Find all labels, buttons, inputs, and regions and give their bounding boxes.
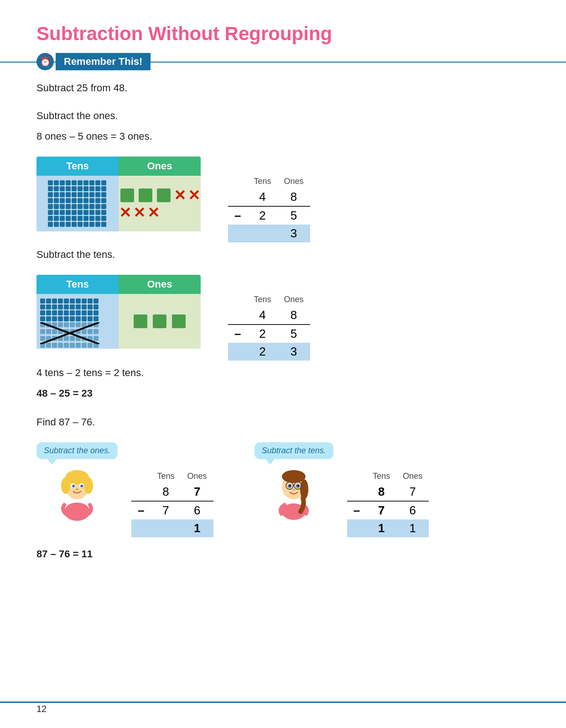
tens-header: Tens <box>36 157 119 176</box>
svg-point-11 <box>80 485 83 487</box>
remember-icon: ⏰ <box>36 53 54 70</box>
bubble1: Subtract the ones. <box>36 442 118 459</box>
math2-tens-r2c2: 6 <box>396 501 429 519</box>
step2-title: Subtract the tens. <box>36 247 530 262</box>
svg-point-26 <box>297 485 299 487</box>
equation1: 48 – 25 = 23 <box>36 386 530 401</box>
subtract-intro: Subtract 25 from 48. <box>36 80 530 95</box>
math1-ones-tens-header: Tens <box>247 175 277 188</box>
math1-tens-r1c2: 8 <box>278 306 310 325</box>
math-table2-tens: Tens Ones 8 7 – 7 6 1 1 <box>347 470 429 537</box>
tens-body <box>36 176 119 231</box>
math1-ones-r1c2: 8 <box>278 188 310 206</box>
math2-ones-col1: Tens <box>151 470 181 483</box>
student2-area: Subtract the tens. <box>254 442 333 523</box>
math2-tens-col1: Tens <box>366 470 396 483</box>
svg-point-14 <box>76 488 78 490</box>
math2-tens-r1c2: 7 <box>396 483 429 501</box>
math2-ones-r2c1: 7 <box>151 501 181 519</box>
svg-point-6 <box>61 477 70 494</box>
svg-point-12 <box>73 485 74 486</box>
step1-section: Tens Ones <box>36 157 530 242</box>
step1-grid: Tens Ones <box>36 157 201 231</box>
math2-ones-r3c1 <box>151 519 181 537</box>
ones-header: Ones <box>119 157 201 176</box>
math2-tens-r3c1: 1 <box>366 519 396 537</box>
result-line: 4 tens – 2 tens = 2 tens. <box>36 365 530 380</box>
step1-title: Subtract the ones. <box>36 108 530 123</box>
math1-ones-ones-header: Ones <box>278 175 310 188</box>
math1-ones-r2c1: 2 <box>247 206 277 225</box>
step2-section: Tens Ones <box>36 275 530 361</box>
math1-ones-r3c2: 3 <box>278 225 310 242</box>
math2-ones-r1c1: 8 <box>151 483 181 501</box>
svg-point-13 <box>82 485 83 486</box>
math2-ones-r3c2: 1 <box>181 519 213 537</box>
page-number: 12 <box>36 704 47 714</box>
tens-body-step2 <box>36 294 119 349</box>
step2-grid: Tens Ones <box>36 275 201 349</box>
math1-tens-r2c1: 2 <box>247 325 277 343</box>
math1-tens-r1c1: 4 <box>247 306 277 325</box>
character-girl2 <box>269 459 319 523</box>
math1-ones-r3c1 <box>247 225 277 242</box>
math1-tens-col1: Tens <box>247 293 277 306</box>
math2-tens-col2: Ones <box>396 470 429 483</box>
step1-detail: 8 ones – 5 ones = 3 ones. <box>36 129 530 144</box>
page-bottom-line <box>0 702 566 703</box>
character-girl1 <box>52 459 102 523</box>
math-table-step2: Tens Ones 4 8 – 2 5 2 3 <box>228 293 310 361</box>
find-intro: Find 87 – 76. <box>36 414 530 429</box>
math1-tens-r3c2: 3 <box>278 343 310 361</box>
bubble2: Subtract the tens. <box>254 442 333 459</box>
math1-ones-r1c1: 4 <box>247 188 277 206</box>
svg-point-25 <box>289 485 291 487</box>
page-title: Subtraction Without Regrouping <box>36 23 530 45</box>
svg-point-10 <box>72 485 75 487</box>
svg-point-2 <box>64 503 90 521</box>
math1-tens-col2: Ones <box>278 293 310 306</box>
remember-text: Remember This! <box>56 53 151 70</box>
math2-tens-r1c1: 8 <box>366 483 396 501</box>
math2-tens-r3c2: 1 <box>396 519 429 537</box>
student1-area: Subtract the ones. <box>36 442 118 523</box>
math1-tens-r3c1: 2 <box>247 343 277 361</box>
math2-ones-col2: Ones <box>181 470 213 483</box>
section2: Find 87 – 76. Subtract the ones. <box>36 414 530 561</box>
math1-ones-r2c2: 5 <box>278 206 310 225</box>
remember-banner: ⏰ Remember This! <box>36 53 530 70</box>
math1-tens-r2c2: 5 <box>278 325 310 343</box>
equation2: 87 – 76 = 11 <box>36 546 530 561</box>
math-table-step1: Tens Ones 4 8 – 2 5 3 <box>228 175 310 242</box>
svg-point-7 <box>84 477 93 494</box>
ones-body-step2 <box>119 294 201 349</box>
math2-ones-r2c2: 6 <box>181 501 213 519</box>
math2-ones-r1c2: 7 <box>181 483 213 501</box>
math2-tens-r2c1: 7 <box>366 501 396 519</box>
ones-body-step1: ✕ ✕ ✕ ✕ ✕ <box>119 176 201 231</box>
ones-header-2: Ones <box>119 275 201 294</box>
tens-header-2: Tens <box>36 275 119 294</box>
math-table2-ones: Tens Ones 8 7 – 7 6 1 <box>131 470 213 537</box>
svg-point-27 <box>292 489 295 491</box>
find-section: Subtract the ones. <box>36 442 530 537</box>
